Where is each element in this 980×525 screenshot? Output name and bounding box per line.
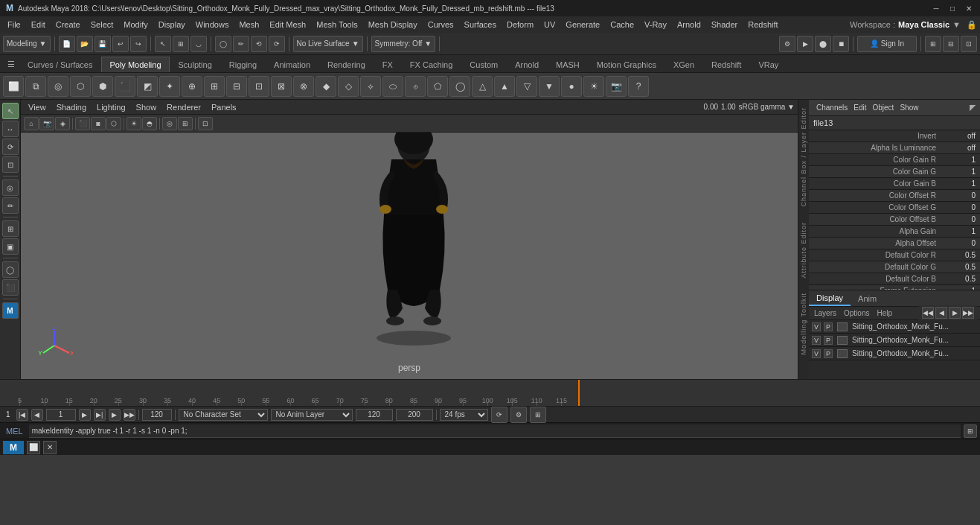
no-live-dropdown[interactable]: No Live Surface ▼ <box>293 36 363 52</box>
save-file-btn[interactable]: 💾 <box>95 36 111 52</box>
mel-label[interactable]: MEL <box>3 427 26 436</box>
mel-input[interactable] <box>29 424 961 438</box>
ch-value-3[interactable]: 1 <box>939 168 980 176</box>
select-tool[interactable]: ↖ <box>2 103 19 119</box>
shelf-mirror-icon[interactable]: ⊡ <box>249 76 269 97</box>
paint-tool[interactable]: ✏ <box>2 197 19 214</box>
ch-show-btn[interactable]: Show <box>897 103 921 112</box>
menu-deform[interactable]: Deform <box>502 19 538 31</box>
current-frame-input[interactable] <box>356 409 393 421</box>
shelf-lattice-icon[interactable]: ⬠ <box>427 76 448 97</box>
shelf-offset-icon[interactable]: ⊟ <box>226 76 247 97</box>
open-file-btn[interactable]: 📂 <box>77 36 93 52</box>
tab-motion-graphics[interactable]: Motion Graphics <box>589 57 664 72</box>
shelf-camera-icon[interactable]: 📷 <box>606 76 627 97</box>
scale-tool[interactable]: ⊡ <box>2 156 19 173</box>
transport-play-btn[interactable]: ▶ <box>949 307 961 319</box>
soft-btn[interactable]: ⟳ <box>269 36 285 52</box>
ch-value-12[interactable]: 0.5 <box>939 275 980 283</box>
maximize-button[interactable]: □ <box>947 3 958 13</box>
shelf-deform-icon[interactable]: ⟐ <box>405 76 426 97</box>
transport-prev-btn[interactable]: ◀◀ <box>922 307 934 319</box>
menu-mesh-tools[interactable]: Mesh Tools <box>312 19 362 31</box>
channel-row-10[interactable]: Default Color R0.5 <box>809 249 980 261</box>
maya-taskbar-icon[interactable]: M <box>3 441 24 454</box>
tab-mash[interactable]: MASH <box>548 57 588 72</box>
end-frame-input[interactable] <box>142 409 172 421</box>
channel-row-1[interactable]: Alpha Is Luminanceoff <box>809 142 980 154</box>
ipr-btn[interactable]: ⬤ <box>815 36 831 52</box>
move-tool[interactable]: ↔ <box>2 121 19 137</box>
tab-rigging[interactable]: Rigging <box>221 57 265 72</box>
vp-cam-btn[interactable]: 📷 <box>39 117 54 130</box>
shelf-insert-icon[interactable]: ⊞ <box>204 76 225 97</box>
menu-surfaces[interactable]: Surfaces <box>460 19 501 31</box>
layer-menu-help[interactable]: Help <box>874 309 894 317</box>
transport-back-btn[interactable]: ◀ <box>935 307 947 319</box>
shelf-render-icon[interactable]: ● <box>561 76 582 97</box>
taskbar-btn1[interactable]: ⬜ <box>27 441 40 454</box>
vp-light-btn[interactable]: ☀ <box>126 117 141 130</box>
layer-tab-anim[interactable]: Anim <box>851 292 884 305</box>
vp-gamma-dropdown[interactable]: sRGB gamma ▼ <box>739 103 795 111</box>
ch-channels-btn[interactable]: Channels <box>813 103 851 112</box>
channel-row-9[interactable]: Alpha Offset0 <box>809 238 980 249</box>
vp-home-btn[interactable]: ⌂ <box>24 117 39 130</box>
tab-fx[interactable]: FX <box>374 57 401 72</box>
vp-menu-lighting[interactable]: Lighting <box>92 101 130 113</box>
ch-value-4[interactable]: 1 <box>939 179 980 188</box>
tab-vray[interactable]: VRay <box>750 57 787 72</box>
fps-dropdown[interactable]: 24 fps <box>440 409 488 421</box>
extras-btn1[interactable]: ⊞ <box>925 36 941 52</box>
vp-textured-btn[interactable]: ⬡ <box>106 117 121 130</box>
anim-extra-btn[interactable]: ⚙ <box>510 407 527 423</box>
vp-menu-show[interactable]: Show <box>132 101 161 113</box>
shelf-target-weld-icon[interactable]: ✦ <box>159 76 180 97</box>
marquee-tool[interactable]: ⬛ <box>2 279 19 296</box>
channel-row-4[interactable]: Color Gain B1 <box>809 178 980 190</box>
modeling-toolkit-side-label[interactable]: Modelling Toolkit <box>800 293 807 354</box>
vp-xray-btn[interactable]: ◎ <box>162 117 177 130</box>
snap-curve-btn[interactable]: ◡ <box>190 36 207 52</box>
shelf-bridge-icon[interactable]: ⬛ <box>115 76 135 97</box>
shelf-smooth-icon[interactable]: ◎ <box>48 76 68 97</box>
shelf-reduce-icon[interactable]: ◆ <box>316 76 336 97</box>
tab-fx-caching[interactable]: FX Caching <box>402 57 461 72</box>
ch-object-btn[interactable]: Object <box>870 103 897 112</box>
character-set-dropdown[interactable]: No Character Set <box>179 409 268 421</box>
layer-row-0[interactable]: V P Sitting_Orthodox_Monk_Fu... <box>809 320 980 334</box>
menu-create[interactable]: Create <box>51 19 85 31</box>
menu-generate[interactable]: Generate <box>561 19 604 31</box>
layer-tab-display[interactable]: Display <box>809 291 851 306</box>
ch-value-9[interactable]: 0 <box>939 239 980 247</box>
channel-row-8[interactable]: Alpha Gain1 <box>809 226 980 238</box>
layer-p-0[interactable]: P <box>824 322 833 331</box>
layer-p-1[interactable]: P <box>824 336 833 345</box>
tab-poly-modeling[interactable]: Poly Modeling <box>101 57 169 72</box>
shelf-combine-icon[interactable]: ⧉ <box>25 76 46 97</box>
transport-fwd-btn[interactable]: ▶▶ <box>962 307 974 319</box>
shelf-sculpt-icon[interactable]: △ <box>472 76 493 97</box>
redo-btn[interactable]: ↪ <box>130 36 147 52</box>
channel-row-11[interactable]: Default Color G0.5 <box>809 261 980 273</box>
channel-box-side-label[interactable]: Channel Box / Layer Editor <box>800 107 807 207</box>
snap-tool[interactable]: ⊞ <box>2 220 19 237</box>
shelf-help-icon[interactable]: ? <box>628 76 649 97</box>
menu-redshift[interactable]: Redshift <box>743 19 782 31</box>
vp-menu-renderer[interactable]: Renderer <box>162 101 205 113</box>
ch-value-2[interactable]: 1 <box>939 156 980 164</box>
layer-p-2[interactable]: P <box>824 349 833 358</box>
ch-value-0[interactable]: off <box>939 132 980 140</box>
vp-menu-panels[interactable]: Panels <box>207 101 241 113</box>
vp-grid-btn[interactable]: ⊞ <box>178 117 193 130</box>
render-settings-btn[interactable]: ⚙ <box>779 36 795 52</box>
anim-layer-dropdown[interactable]: No Anim Layer <box>271 409 353 421</box>
stop-btn[interactable]: ⏹ <box>833 36 849 52</box>
shelf-paint-icon[interactable]: ▲ <box>494 76 515 97</box>
vp-wireframe-btn[interactable]: ⬛ <box>75 117 90 130</box>
frame-number-input[interactable] <box>46 409 76 421</box>
tab-redshift[interactable]: Redshift <box>703 57 749 72</box>
channel-row-12[interactable]: Default Color B0.5 <box>809 273 980 285</box>
vp-menu-view[interactable]: View <box>24 101 51 113</box>
select-tool-btn[interactable]: ↖ <box>155 36 171 52</box>
